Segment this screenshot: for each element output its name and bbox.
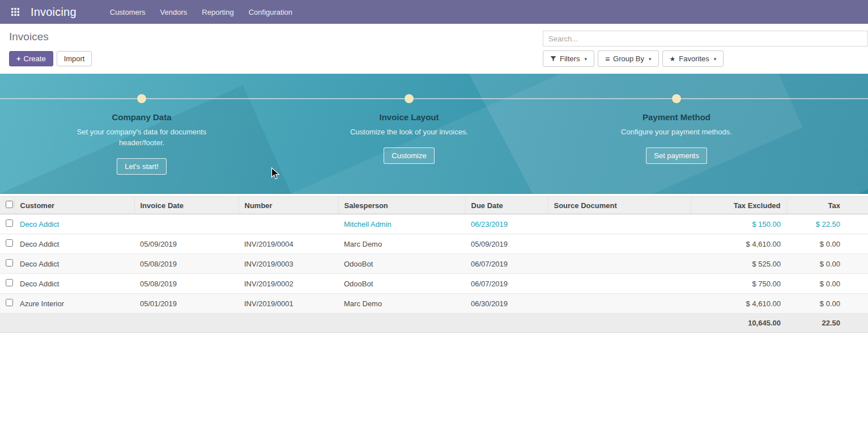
- col-header-invoice-date[interactable]: Invoice Date: [134, 197, 239, 214]
- customize-button[interactable]: Customize: [384, 147, 434, 164]
- customer-link[interactable]: Deco Addict: [20, 220, 59, 229]
- col-header-salesperson[interactable]: Salesperson: [338, 197, 465, 214]
- menu-vendors[interactable]: Vendors: [154, 1, 194, 23]
- cell-due-date[interactable]: 06/23/2019: [465, 214, 548, 234]
- caret-down-icon: ▾: [714, 56, 717, 62]
- cell-tax[interactable]: $ 22.50: [786, 214, 868, 234]
- group-by-icon: ≡: [605, 55, 610, 63]
- cell-tax-excluded[interactable]: $ 4,610.00: [691, 234, 786, 254]
- apps-grid-icon[interactable]: [8, 5, 23, 19]
- cell-tax[interactable]: $ 0.00: [786, 294, 868, 314]
- onboarding-step-invoice-layout: Invoice Layout Customize the look of you…: [324, 94, 494, 164]
- table-row[interactable]: Azure Interior 05/01/2019 INV/2019/0001 …: [0, 294, 868, 314]
- cell-salesperson[interactable]: Mitchell Admin: [338, 214, 465, 234]
- cell-due-date[interactable]: 05/09/2019: [465, 234, 548, 254]
- cell-number[interactable]: INV/2019/0001: [239, 294, 338, 314]
- search-input[interactable]: [543, 31, 868, 46]
- cell-source-document[interactable]: [548, 294, 691, 314]
- cell-salesperson[interactable]: Marc Demo: [338, 294, 465, 314]
- cell-number[interactable]: INV/2019/0003: [239, 254, 338, 274]
- total-tax: 22.50: [786, 314, 868, 333]
- step-description: Set your company's data for documents he…: [76, 127, 207, 149]
- create-button[interactable]: +Create: [9, 51, 53, 66]
- col-header-due-date[interactable]: Due Date: [465, 197, 548, 214]
- cell-invoice-date[interactable]: 05/08/2019: [134, 254, 239, 274]
- cell-source-document[interactable]: [548, 254, 691, 274]
- col-header-number[interactable]: Number: [239, 197, 338, 214]
- cell-tax-excluded[interactable]: $ 750.00: [691, 274, 786, 294]
- page-title: Invoices: [9, 31, 92, 43]
- col-header-source-document[interactable]: Source Document: [548, 197, 691, 214]
- cell-invoice-date[interactable]: 05/01/2019: [134, 294, 239, 314]
- col-header-tax-excluded[interactable]: Tax Excluded: [691, 197, 786, 214]
- filter-funnel-icon: [550, 56, 556, 62]
- onboarding-banner: Company Data Set your company's data for…: [0, 74, 868, 194]
- row-checkbox[interactable]: [6, 239, 13, 247]
- group-by-button[interactable]: ≡ Group By ▾: [598, 50, 659, 67]
- favorites-button[interactable]: ★ Favorites ▾: [662, 50, 724, 67]
- table-row[interactable]: Deco Addict 05/09/2019 INV/2019/0004 Mar…: [0, 234, 868, 254]
- menu-configuration[interactable]: Configuration: [242, 1, 299, 23]
- cell-tax[interactable]: $ 0.00: [786, 254, 868, 274]
- top-navbar: Invoicing Customers Vendors Reporting Co…: [0, 0, 868, 24]
- step-dot-icon: [405, 94, 414, 103]
- filters-button[interactable]: Filters ▾: [543, 50, 594, 67]
- step-title: Company Data: [57, 112, 227, 122]
- menu-customers[interactable]: Customers: [104, 1, 152, 23]
- cell-salesperson[interactable]: OdooBot: [338, 254, 465, 274]
- menu-reporting[interactable]: Reporting: [195, 1, 240, 23]
- cell-tax-excluded[interactable]: $ 150.00: [691, 214, 786, 234]
- control-panel: Invoices +Create Import Filters ▾ ≡ Grou…: [0, 24, 868, 74]
- row-checkbox[interactable]: [6, 279, 13, 286]
- cell-customer[interactable]: Deco Addict: [14, 214, 134, 234]
- onboarding-step-payment-method: Payment Method Configure your payment me…: [592, 94, 761, 164]
- cell-source-document[interactable]: [548, 234, 691, 254]
- cell-tax[interactable]: $ 0.00: [786, 274, 868, 294]
- table-row[interactable]: Deco Addict Mitchell Admin 06/23/2019 $ …: [0, 214, 868, 234]
- cell-invoice-date[interactable]: 05/08/2019: [134, 274, 239, 294]
- group-by-button-label: Group By: [613, 54, 644, 63]
- cell-source-document[interactable]: [548, 214, 691, 234]
- cell-number[interactable]: INV/2019/0002: [239, 274, 338, 294]
- cell-source-document[interactable]: [548, 274, 691, 294]
- cell-due-date[interactable]: 06/07/2019: [465, 254, 548, 274]
- plus-icon: +: [16, 54, 21, 63]
- row-checkbox[interactable]: [6, 259, 13, 267]
- step-dot-icon: [137, 94, 146, 103]
- select-all-checkbox[interactable]: [6, 201, 13, 208]
- cell-due-date[interactable]: 06/30/2019: [465, 294, 548, 314]
- set-payments-button[interactable]: Set payments: [646, 147, 707, 164]
- cell-invoice-date[interactable]: 05/09/2019: [134, 234, 239, 254]
- step-description: Configure your payment methods.: [611, 127, 742, 138]
- cell-number[interactable]: [239, 214, 338, 234]
- cell-customer[interactable]: Deco Addict: [14, 254, 134, 274]
- cell-tax-excluded[interactable]: $ 4,610.00: [691, 294, 786, 314]
- col-header-customer[interactable]: Customer: [14, 197, 134, 214]
- cell-customer[interactable]: Deco Addict: [14, 274, 134, 294]
- cell-tax[interactable]: $ 0.00: [786, 234, 868, 254]
- table-row[interactable]: Deco Addict 05/08/2019 INV/2019/0002 Odo…: [0, 274, 868, 294]
- cell-customer[interactable]: Azure Interior: [14, 294, 134, 314]
- invoice-list: Customer Invoice Date Number Salesperson…: [0, 196, 868, 333]
- cell-number[interactable]: INV/2019/0004: [239, 234, 338, 254]
- totals-spacer: [0, 314, 691, 333]
- table-totals-row: 10,645.00 22.50: [0, 314, 868, 333]
- import-button[interactable]: Import: [57, 51, 92, 66]
- lets-start-button[interactable]: Let's start!: [117, 158, 167, 175]
- row-checkbox[interactable]: [6, 299, 13, 306]
- cell-invoice-date[interactable]: [134, 214, 239, 234]
- table-row[interactable]: Deco Addict 05/08/2019 INV/2019/0003 Odo…: [0, 254, 868, 274]
- total-tax-excluded: 10,645.00: [691, 314, 786, 333]
- select-all-cell: [0, 197, 14, 214]
- app-title: Invoicing: [31, 6, 76, 19]
- caret-down-icon: ▾: [649, 56, 652, 62]
- cell-due-date[interactable]: 06/07/2019: [465, 274, 548, 294]
- cell-tax-excluded[interactable]: $ 525.00: [691, 254, 786, 274]
- apps-grid-glyph: [11, 8, 19, 16]
- cell-customer[interactable]: Deco Addict: [14, 234, 134, 254]
- col-header-tax[interactable]: Tax: [786, 197, 868, 214]
- cell-salesperson[interactable]: Marc Demo: [338, 234, 465, 254]
- step-description: Customize the look of your invoices.: [343, 127, 475, 138]
- cell-salesperson[interactable]: OdooBot: [338, 274, 465, 294]
- row-checkbox[interactable]: [6, 219, 13, 227]
